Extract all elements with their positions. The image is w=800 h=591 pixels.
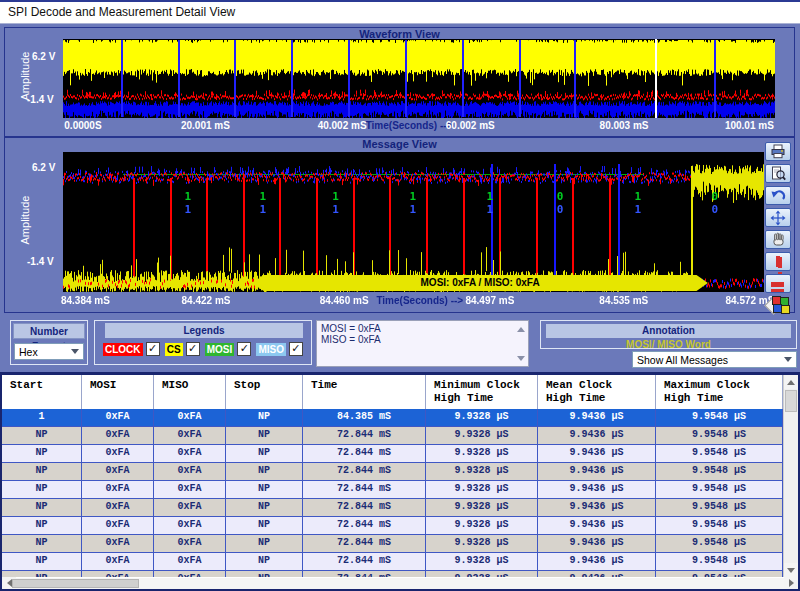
table-row[interactable]: 1 0xFA 0xFA NP 84.385 mS 9.9328 µS 9.943… — [2, 409, 783, 427]
cell-mean-clock-high: 9.9436 µS — [538, 535, 656, 552]
cell-stop: NP — [226, 535, 303, 552]
cell-stop: NP — [226, 499, 303, 516]
pause-button[interactable] — [765, 252, 791, 271]
zoom-selection-button[interactable] — [765, 164, 791, 183]
message-filter-select[interactable]: Show All Messages — [632, 351, 797, 368]
message-y-axis-label: Amplitude — [19, 180, 31, 260]
legend-checkbox[interactable]: ✓ — [146, 342, 160, 356]
message-canvas[interactable] — [63, 152, 764, 292]
table-row[interactable]: NP 0xFA 0xFA NP 72.844 mS 9.9328 µS 9.94… — [2, 517, 783, 535]
hand-tool-button[interactable] — [765, 230, 791, 249]
miso-bit: 1 — [329, 203, 343, 216]
palette-icon[interactable] — [766, 296, 790, 314]
scroll-up-button[interactable] — [784, 375, 798, 389]
waveform-x-tick: 100.01 mS — [725, 120, 774, 131]
scroll-up-icon[interactable] — [517, 327, 525, 332]
cell-time: 72.844 mS — [303, 427, 426, 444]
cell-miso: 0xFA — [154, 427, 226, 444]
table-row[interactable]: NP 0xFA 0xFA NP 72.844 mS 9.9328 µS 9.94… — [2, 535, 783, 553]
table-row[interactable]: NP 0xFA 0xFA NP 72.844 mS 9.9328 µS 9.94… — [2, 553, 783, 571]
table-column-header[interactable]: Minimum Clock High Time — [426, 375, 538, 409]
vertical-scroll-thumb[interactable] — [785, 390, 797, 412]
table-row[interactable]: NP 0xFA 0xFA NP 72.844 mS 9.9328 µS 9.94… — [2, 571, 783, 577]
miso-bit: 1 — [256, 203, 270, 216]
cell-mean-clock-high: 9.9436 µS — [538, 481, 656, 498]
decoded-bit-pair: 1 1 — [181, 190, 195, 216]
number-format-select[interactable]: Hex — [14, 343, 84, 360]
arrow-left-icon — [7, 579, 12, 587]
table-row[interactable]: NP 0xFA 0xFA NP 72.844 mS 9.9328 µS 9.94… — [2, 445, 783, 463]
message-x-axis-title: Time(Seconds) --> — [376, 295, 463, 306]
print-button[interactable] — [765, 142, 791, 161]
horizontal-scroll-thumb[interactable] — [12, 579, 139, 588]
cell-mean-clock-high: 9.9436 µS — [538, 409, 656, 426]
cell-min-clock-high: 9.9328 µS — [426, 481, 538, 498]
table-row[interactable]: NP 0xFA 0xFA NP 72.844 mS 9.9328 µS 9.94… — [2, 427, 783, 445]
cell-time: 72.844 mS — [303, 535, 426, 552]
cell-max-clock-high: 9.9548 µS — [656, 463, 783, 480]
table-column-header[interactable]: Time — [303, 375, 426, 409]
table-column-header[interactable]: Stop — [226, 375, 303, 409]
cell-miso: 0xFA — [154, 463, 226, 480]
table-column-header[interactable]: Start — [2, 375, 82, 409]
legend-checkbox[interactable]: ✓ — [186, 342, 200, 356]
scroll-right-button[interactable] — [784, 577, 798, 589]
legend-swatch: MISO — [256, 343, 286, 356]
decoded-bit-pair: 1 1 — [483, 190, 497, 216]
decoded-bit-pair: 1 1 — [631, 190, 645, 216]
table-vertical-scrollbar[interactable] — [783, 375, 798, 577]
cell-mosi: 0xFA — [82, 553, 154, 570]
red-bars-icon — [771, 282, 784, 285]
waveform-canvas[interactable] — [63, 39, 775, 118]
table-column-header[interactable]: Mean Clock High Time — [538, 375, 656, 409]
annotation-value: MOSI/ MISO Word — [541, 339, 796, 350]
table-horizontal-scrollbar[interactable] — [2, 578, 798, 589]
message-ytick-bottom: -1.4 V — [27, 256, 54, 267]
cell-start: NP — [2, 445, 82, 462]
table-row[interactable]: NP 0xFA 0xFA NP 72.844 mS 9.9328 µS 9.94… — [2, 463, 783, 481]
legend-item: MISO ✓ — [256, 342, 303, 356]
mosi-bit: 0 — [553, 190, 567, 203]
legend-checkbox[interactable]: ✓ — [237, 342, 251, 356]
cell-time: 72.844 mS — [303, 463, 426, 480]
message-plot[interactable]: 1 1 1 1 1 1 1 1 1 1 0 — [63, 152, 764, 292]
message-x-tick: 84.384 mS — [61, 295, 110, 306]
cell-mean-clock-high: 9.9436 µS — [538, 499, 656, 516]
cell-time: 72.844 mS — [303, 553, 426, 570]
table-column-header[interactable]: MOSI — [82, 375, 154, 409]
table-column-header[interactable]: MISO — [154, 375, 226, 409]
scroll-down-icon[interactable] — [517, 356, 525, 361]
legends-title: Legends — [105, 323, 303, 338]
table-column-header[interactable]: Maximum Clock High Time — [656, 375, 783, 409]
decoded-bit-pair: 1 1 — [406, 190, 420, 216]
cell-mosi: 0xFA — [82, 499, 154, 516]
waveform-ytick-top: 6.2 V — [32, 51, 55, 62]
table-row[interactable]: NP 0xFA 0xFA NP 72.844 mS 9.9328 µS 9.94… — [2, 481, 783, 499]
cell-start: NP — [2, 481, 82, 498]
table-row[interactable]: NP 0xFA 0xFA NP 72.844 mS 9.9328 µS 9.94… — [2, 499, 783, 517]
mosi-bit: 1 — [329, 190, 343, 203]
annotation-group: Annotation MOSI/ MISO Word — [540, 320, 797, 349]
cell-miso: 0xFA — [154, 535, 226, 552]
measurement-table: StartMOSIMISOStopTimeMinimum Clock High … — [0, 372, 800, 591]
cell-stop: NP — [226, 409, 303, 426]
message-view-title: Message View — [5, 138, 794, 150]
waveform-view-panel: Waveform View Amplitude 6.2 V -1.4 V Tim… — [4, 27, 795, 137]
legend-item: CS ✓ — [165, 342, 200, 356]
cell-miso: 0xFA — [154, 481, 226, 498]
split-bars-button[interactable] — [765, 274, 791, 293]
legend-checkbox[interactable]: ✓ — [289, 342, 303, 356]
scroll-down-button[interactable] — [784, 563, 798, 577]
cell-time: 72.844 mS — [303, 445, 426, 462]
cell-mosi: 0xFA — [82, 463, 154, 480]
arrow-down-icon — [787, 568, 795, 573]
legend-item: CLOCK ✓ — [103, 342, 160, 356]
pan-button[interactable] — [765, 208, 791, 227]
waveform-plot[interactable] — [63, 39, 775, 118]
chevron-down-icon — [784, 357, 792, 362]
undo-button[interactable] — [765, 186, 791, 205]
miso-bit: 0 — [708, 203, 722, 216]
mosi-bit: 1 — [631, 190, 645, 203]
cell-start: NP — [2, 463, 82, 480]
table-header-row: StartMOSIMISOStopTimeMinimum Clock High … — [2, 375, 783, 409]
